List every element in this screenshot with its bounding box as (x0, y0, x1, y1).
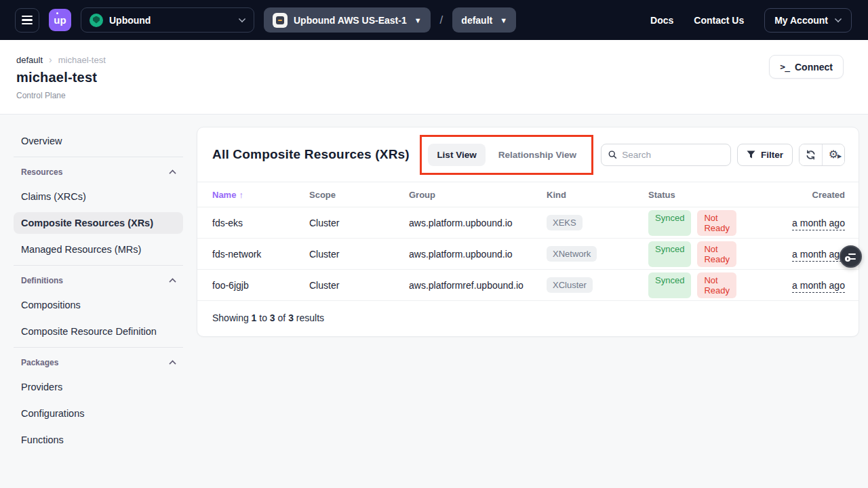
sidebar: Overview Resources Claims (XRCs) Composi… (14, 127, 183, 455)
organization-name: Upbound (109, 15, 151, 26)
status-badge-synced: Synced (648, 272, 691, 298)
table-row[interactable]: fds-eks Cluster aws.platform.upbound.io … (197, 207, 859, 239)
breadcrumb-chevron-icon: › (49, 54, 52, 65)
kind-badge: XEKS (547, 215, 583, 230)
sidebar-item-functions[interactable]: Functions (14, 429, 183, 451)
column-header-status[interactable]: Status (648, 190, 736, 200)
annotation-highlight-box: List View Relationship View (420, 135, 593, 175)
page-header: default › michael-test michael-test Cont… (0, 40, 868, 115)
column-header-group[interactable]: Group (409, 190, 547, 200)
sidebar-section-resources[interactable]: Resources (14, 165, 183, 180)
sidebar-item-managed-resources[interactable]: Managed Resources (MRs) (14, 239, 183, 260)
chevron-down-icon: ▼ (414, 16, 422, 24)
auto-refresh-settings-button[interactable]: ⚙▶ (822, 144, 844, 165)
cell-scope: Cluster (309, 280, 409, 291)
breadcrumb-michael-test: michael-test (58, 55, 106, 65)
contact-us-link[interactable]: Contact Us (694, 15, 744, 26)
control-plane-name: Upbound AWS US-East-1 (294, 15, 407, 26)
divider (14, 157, 183, 157)
menu-icon[interactable] (15, 8, 39, 33)
column-header-kind[interactable]: Kind (547, 190, 648, 200)
chevron-down-icon (835, 15, 842, 22)
created-timestamp[interactable]: a month ago (792, 218, 845, 230)
status-badge-not-ready: Not Ready (697, 241, 736, 267)
refresh-icon (806, 150, 816, 160)
chevron-up-icon (169, 278, 176, 285)
docs-link[interactable]: Docs (650, 15, 673, 26)
status-badge-not-ready: Not Ready (697, 272, 736, 298)
search-input[interactable] (622, 150, 724, 160)
search-icon (608, 150, 616, 159)
table-row[interactable]: foo-6jgjb Cluster aws.platformref.upboun… (197, 270, 859, 301)
table-header-row: Name ↑ Scope Group Kind Status Created (197, 182, 859, 207)
sidebar-item-providers[interactable]: Providers (14, 376, 183, 398)
sidebar-item-composite-resources[interactable]: Composite Resources (XRs) (14, 212, 183, 234)
relationship-view-tab[interactable]: Relationship View (490, 144, 585, 166)
sidebar-item-composite-resource-definition[interactable]: Composite Resource Definition (14, 321, 183, 342)
chevron-down-icon: ▼ (500, 16, 507, 24)
sidebar-item-overview[interactable]: Overview (14, 130, 183, 152)
created-timestamp[interactable]: a month ago (792, 249, 845, 262)
feedback-widget-button[interactable] (840, 245, 862, 268)
sidebar-item-configurations[interactable]: Configurations (14, 403, 183, 424)
cell-group: aws.platform.upbound.io (409, 249, 547, 260)
column-header-created[interactable]: Created (736, 190, 845, 200)
sidebar-item-compositions[interactable]: Compositions (14, 294, 183, 316)
breadcrumb-default[interactable]: default (16, 55, 43, 65)
chevron-up-icon (169, 169, 176, 176)
status-badge-synced: Synced (648, 241, 691, 267)
cell-scope: Cluster (309, 249, 409, 260)
cell-name[interactable]: fds-network (212, 249, 309, 260)
filter-icon (747, 150, 755, 159)
organization-selector[interactable]: Upbound (81, 7, 254, 33)
table-actions: ⚙▶ (799, 144, 845, 166)
terminal-icon: >_ (780, 62, 789, 72)
composite-resources-panel: All Composite Resources (XRs) List View … (197, 127, 859, 337)
control-plane-icon (273, 13, 288, 28)
namespace-selector[interactable]: default ▼ (452, 7, 516, 33)
chevron-up-icon (169, 360, 176, 367)
search-input-wrapper (601, 144, 731, 166)
my-account-menu[interactable]: My Account (764, 8, 852, 33)
breadcrumb: default › michael-test (16, 55, 844, 65)
page-subtitle: Control Plane (16, 91, 844, 100)
connect-button[interactable]: >_ Connect (769, 55, 844, 79)
results-summary: Showing 1 to 3 of 3 results (197, 301, 859, 336)
top-navigation-bar: up Upbound Upbound AWS US-East-1 ▼ / def… (0, 0, 868, 40)
kind-badge: XNetwork (547, 246, 597, 262)
control-plane-selector[interactable]: Upbound AWS US-East-1 ▼ (264, 7, 431, 33)
divider (14, 347, 183, 348)
widget-lines-icon (848, 253, 856, 255)
path-separator: / (440, 14, 443, 27)
upbound-logo[interactable]: up (49, 9, 71, 31)
status-badge-not-ready: Not Ready (697, 210, 736, 236)
sidebar-section-packages[interactable]: Packages (14, 355, 183, 370)
cell-group: aws.platformref.upbound.io (409, 280, 547, 291)
created-timestamp[interactable]: a month ago (792, 280, 845, 293)
divider (14, 265, 183, 266)
table-row[interactable]: fds-network Cluster aws.platform.upbound… (197, 239, 859, 270)
sidebar-section-definitions[interactable]: Definitions (14, 273, 183, 288)
gear-play-icon: ⚙▶ (829, 149, 838, 160)
namespace-name: default (461, 15, 492, 26)
status-badge-synced: Synced (648, 210, 691, 236)
cell-name[interactable]: foo-6jgjb (212, 280, 309, 291)
kind-badge: XCluster (547, 277, 593, 293)
filter-button[interactable]: Filter (737, 144, 793, 166)
panel-title: All Composite Resources (XRs) (212, 147, 420, 162)
cell-group: aws.platform.upbound.io (409, 218, 547, 228)
list-view-tab[interactable]: List View (428, 144, 485, 166)
chevron-down-icon (239, 15, 245, 22)
sort-ascending-icon: ↑ (239, 190, 243, 200)
cell-scope: Cluster (309, 218, 409, 228)
refresh-button[interactable] (800, 144, 822, 165)
column-header-scope[interactable]: Scope (309, 190, 409, 200)
column-header-name[interactable]: Name ↑ (212, 190, 309, 200)
organization-icon (90, 14, 103, 27)
page-title: michael-test (16, 70, 844, 85)
sidebar-item-claims[interactable]: Claims (XRCs) (14, 186, 183, 207)
cell-name[interactable]: fds-eks (212, 218, 309, 228)
resources-table: Name ↑ Scope Group Kind Status Created f… (197, 182, 859, 301)
